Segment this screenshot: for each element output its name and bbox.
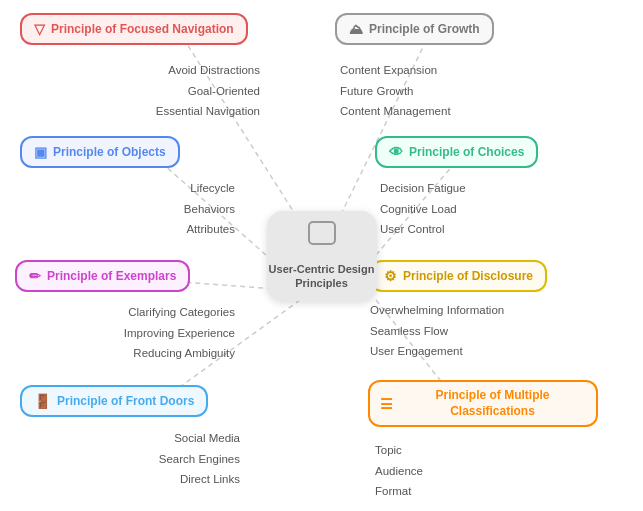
list-item: Avoid Distractions (20, 60, 260, 81)
list-item: Cognitive Load (380, 199, 466, 220)
growth-label: Principle of Growth (369, 22, 480, 36)
list-item: Future Growth (340, 81, 451, 102)
principle-disclosure[interactable]: ⚙ Principle of Disclosure (370, 260, 547, 292)
exemplars-items: Clarifying Categories Improving Experien… (15, 302, 235, 364)
list-item: Audience (375, 461, 423, 482)
list-item: Direct Links (20, 469, 240, 490)
disclosure-label: Principle of Disclosure (403, 269, 533, 283)
center-label: User-Centric Design Principles (267, 262, 377, 291)
disclosure-icon: ⚙ (384, 268, 397, 284)
frontdoors-label: Principle of Front Doors (57, 394, 194, 408)
list-item: Search Engines (20, 449, 240, 470)
principle-multiclass[interactable]: ☰ Principle of Multiple Classifications (368, 380, 598, 427)
focused-nav-items: Avoid Distractions Goal-Oriented Essenti… (20, 60, 260, 122)
principle-exemplars[interactable]: ✏ Principle of Exemplars (15, 260, 190, 292)
objects-icon: ▣ (34, 144, 47, 160)
objects-label: Principle of Objects (53, 145, 166, 159)
list-item: Goal-Oriented (20, 81, 260, 102)
principle-focused-nav[interactable]: ▽ Principle of Focused Navigation (20, 13, 248, 45)
choices-items: Decision Fatigue Cognitive Load User Con… (380, 178, 466, 240)
list-item: Attributes (20, 219, 235, 240)
principle-objects[interactable]: ▣ Principle of Objects (20, 136, 180, 168)
objects-items: Lifecycle Behaviors Attributes (20, 178, 235, 240)
list-item: User Control (380, 219, 466, 240)
focused-nav-label: Principle of Focused Navigation (51, 22, 234, 36)
list-item: Overwhelming Information (370, 300, 504, 321)
list-item: Clarifying Categories (15, 302, 235, 323)
principle-choices[interactable]: 👁 Principle of Choices (375, 136, 538, 168)
list-item: Content Expansion (340, 60, 451, 81)
list-item: Essential Navigation (20, 101, 260, 122)
list-item: Topic (375, 440, 423, 461)
focused-nav-icon: ▽ (34, 21, 45, 37)
exemplars-icon: ✏ (29, 268, 41, 284)
principle-frontdoors[interactable]: 🚪 Principle of Front Doors (20, 385, 208, 417)
multiclass-icon: ☰ (380, 395, 393, 413)
list-item: Behaviors (20, 199, 235, 220)
list-item: Decision Fatigue (380, 178, 466, 199)
center-node: User-Centric Design Principles (267, 211, 377, 301)
list-item: Reducing Ambiguity (15, 343, 235, 364)
growth-items: Content Expansion Future Growth Content … (340, 60, 451, 122)
frontdoors-items: Social Media Search Engines Direct Links (20, 428, 240, 490)
disclosure-items: Overwhelming Information Seamless Flow U… (370, 300, 504, 362)
list-item: Format (375, 481, 423, 502)
exemplars-label: Principle of Exemplars (47, 269, 176, 283)
center-inner-box (308, 221, 336, 245)
list-item: Lifecycle (20, 178, 235, 199)
mind-map: User-Centric Design Principles ▽ Princip… (0, 0, 643, 511)
list-item: Improving Experience (15, 323, 235, 344)
list-item: Seamless Flow (370, 321, 504, 342)
frontdoors-icon: 🚪 (34, 393, 51, 409)
multiclass-items: Topic Audience Format (375, 440, 423, 502)
list-item: Social Media (20, 428, 240, 449)
growth-icon: ⛰ (349, 21, 363, 37)
choices-icon: 👁 (389, 144, 403, 160)
list-item: Content Management (340, 101, 451, 122)
choices-label: Principle of Choices (409, 145, 524, 159)
list-item: User Engagement (370, 341, 504, 362)
principle-growth[interactable]: ⛰ Principle of Growth (335, 13, 494, 45)
multiclass-label: Principle of Multiple Classifications (399, 388, 586, 419)
